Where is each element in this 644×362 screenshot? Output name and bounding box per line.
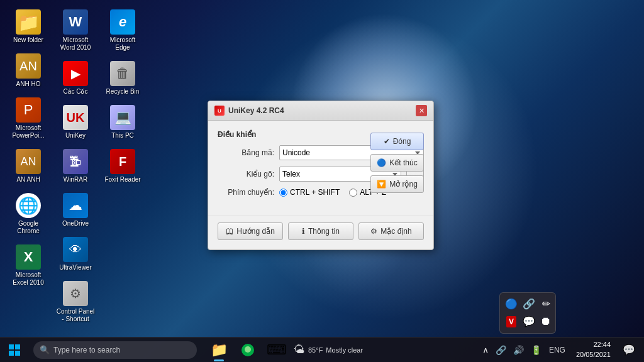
mac-dinh-button[interactable]: ⚙ Mặc định <box>358 222 424 240</box>
notification-button[interactable]: 💬 <box>619 337 639 363</box>
onedrive-icon: ☁ <box>63 193 88 218</box>
icon-label-excel: Microsoft Excel 2010 <box>8 272 48 287</box>
icon-label-ananh: ANH HO <box>16 80 41 88</box>
mo-rong-button[interactable]: 🔽 Mở rộng <box>370 175 424 193</box>
ket-thuc-label: Kết thúc <box>389 158 417 167</box>
desktop-icon-winrar[interactable]: 🗜 WinRAR <box>53 146 97 187</box>
dialog-titlebar: U UniKey 4.2 RC4 ✕ <box>208 101 433 121</box>
icon-label-unikey: UniKey <box>65 132 86 140</box>
dong-button[interactable]: ✔ Đóng <box>370 133 424 150</box>
icon-label-recycle: Recycle Bin <box>106 88 140 96</box>
desktop-icon-onedrive[interactable]: ☁ OneDrive <box>53 190 97 231</box>
desktop-icons: 📁 New folder AN ANH HO P Microsoft Power… <box>6 6 138 333</box>
icon-label-word: Microsoft Word 2010 <box>55 36 96 52</box>
weather-area[interactable]: 🌤 85°F Mostly clear <box>291 343 366 356</box>
dialog-title: U UniKey 4.2 RC4 <box>214 106 284 116</box>
desktop-icon-an-anh[interactable]: AN AN ANH <box>6 146 50 187</box>
dialog-close-button[interactable]: ✕ <box>416 105 427 116</box>
clock-time: 22:44 <box>576 340 611 349</box>
icon-label-youtube: Các Cốc <box>64 88 88 96</box>
unikey-dialog: U UniKey 4.2 RC4 ✕ Điều khiển ✔ Đóng 🔵 K… <box>208 101 434 250</box>
desktop-icon-youtube[interactable]: ▶ Các Cốc <box>53 58 97 99</box>
alt-z-radio[interactable] <box>349 189 357 197</box>
ket-thuc-button[interactable]: 🔵 Kết thúc <box>370 154 424 172</box>
dialog-title-text: UniKey 4.2 RC4 <box>228 106 284 115</box>
excel-icon: X <box>16 244 41 270</box>
icon-label-ultraviewer: UltraViewer <box>59 264 92 272</box>
thong-tin-button[interactable]: ℹ Thông tin <box>288 222 353 240</box>
tray-network-icon[interactable]: 🔗 <box>523 298 535 310</box>
desktop-icon-ultraviewer[interactable]: 👁 UltraViewer <box>53 234 97 275</box>
svg-rect-2 <box>9 351 14 356</box>
tray-bluetooth-icon[interactable]: 🔵 <box>505 298 518 310</box>
icon-label-onedrive: OneDrive <box>62 220 89 228</box>
ppt-icon: P <box>16 97 41 123</box>
unikey-desktop-icon: UK <box>63 105 88 130</box>
youtube-icon: ▶ <box>63 61 88 86</box>
tray-battery-icon[interactable]: 🔋 <box>529 344 543 356</box>
search-icon: 🔍 <box>40 345 50 354</box>
foxit-icon: F <box>110 149 135 174</box>
system-tray: ∧ 🔗 🔊 🔋 ENG 22:44 20/05/2021 💬 <box>480 337 644 363</box>
icon-label-ppt: Microsoft PowerPoi... <box>8 124 48 140</box>
svg-rect-3 <box>15 351 20 356</box>
start-button[interactable] <box>0 337 28 363</box>
svg-point-5 <box>245 346 251 353</box>
desktop-icon-unikey[interactable]: UK UniKey <box>53 102 97 143</box>
ctrl-shift-radio[interactable] <box>279 189 287 197</box>
desktop-icon-word[interactable]: W Microsoft Word 2010 <box>53 6 97 55</box>
taskbar-coccoc[interactable] <box>234 337 262 363</box>
weather-condition: Mostly clear <box>326 346 363 354</box>
huong-dan-label: Hướng dẫn <box>236 227 275 236</box>
desktop-icon-this-pc[interactable]: 💻 This PC <box>101 102 145 143</box>
icon-label-edge: Microsoft Edge <box>103 36 143 52</box>
tray-unikey-v-icon[interactable]: V <box>506 316 516 327</box>
thispc-icon: 💻 <box>110 105 135 130</box>
desktop-icon-ppt[interactable]: P Microsoft PowerPoi... <box>6 94 50 143</box>
mo-rong-label: Mở rộng <box>389 180 418 189</box>
desktop-icon-recycle[interactable]: 🗑 Recycle Bin <box>101 58 145 99</box>
huong-dan-button[interactable]: 🕮 Hướng dẫn <box>218 222 283 240</box>
tray-network-taskbar-icon[interactable]: 🔗 <box>494 344 508 356</box>
thong-tin-label: Thông tin <box>308 227 340 236</box>
language-indicator[interactable]: ENG <box>547 346 568 354</box>
an-anh-icon: AN <box>16 149 41 174</box>
dong-label: Đóng <box>393 137 411 146</box>
mac-dinh-icon: ⚙ <box>370 227 377 236</box>
search-placeholder: Type here to search <box>53 346 120 354</box>
tray-extra1-icon[interactable]: ⏺ <box>540 315 552 328</box>
icon-label-chrome: Google Chrome <box>8 220 48 235</box>
tray-chevron-up-icon[interactable]: ∧ <box>480 344 491 356</box>
icon-label-thispc: This PC <box>111 132 134 140</box>
chrome-icon: 🌐 <box>16 193 41 218</box>
desktop-icon-edge[interactable]: e Microsoft Edge <box>101 6 145 55</box>
desktop-icon-new-folder[interactable]: 📁 New folder <box>6 6 50 47</box>
icon-label-an-anh: AN ANH <box>16 176 40 184</box>
desktop-icon-chrome[interactable]: 🌐 Google Chrome <box>6 190 50 238</box>
search-bar[interactable]: 🔍 Type here to search <box>33 341 197 359</box>
ctrl-shift-label: CTRL + SHIFT <box>290 188 340 197</box>
mac-dinh-label: Mặc định <box>380 227 411 236</box>
kieu-go-label: Kiểu gõ: <box>218 170 274 178</box>
icon-label-winrar: WinRAR <box>64 176 87 184</box>
icon-label-foxit: Foxit Reader <box>104 176 140 184</box>
ctrl-shift-option[interactable]: CTRL + SHIFT <box>279 188 340 197</box>
tray-edit-icon[interactable]: ✏ <box>542 298 550 310</box>
taskbar-pinned-apps: 📁 ⌨ <box>205 337 291 363</box>
clock[interactable]: 22:44 20/05/2021 <box>571 340 616 359</box>
desktop-icon-ananh[interactable]: AN ANH HO <box>6 50 50 91</box>
huong-dan-icon: 🕮 <box>226 227 233 236</box>
recycle-icon: 🗑 <box>110 61 135 86</box>
tray-volume-icon[interactable]: 🔊 <box>511 344 526 356</box>
icon-label-new-folder: New folder <box>13 36 43 44</box>
taskbar-file-explorer[interactable]: 📁 <box>205 337 233 363</box>
tray-msg-icon[interactable]: 💬 <box>523 315 535 327</box>
weather-icon: 🌤 <box>294 343 305 356</box>
desktop-icon-excel[interactable]: X Microsoft Excel 2010 <box>6 241 50 290</box>
taskbar-keyboard[interactable]: ⌨ <box>263 337 291 363</box>
unikey-title-icon: U <box>214 106 225 116</box>
desktop-icon-foxit[interactable]: F Foxit Reader <box>101 146 145 187</box>
mo-rong-icon: 🔽 <box>377 180 386 189</box>
taskbar: 🔍 Type here to search 📁 ⌨ 🌤 85°F Mostly … <box>0 337 644 362</box>
desktop-icon-control-panel[interactable]: ⚙ Control Panel - Shortcut <box>53 278 97 326</box>
